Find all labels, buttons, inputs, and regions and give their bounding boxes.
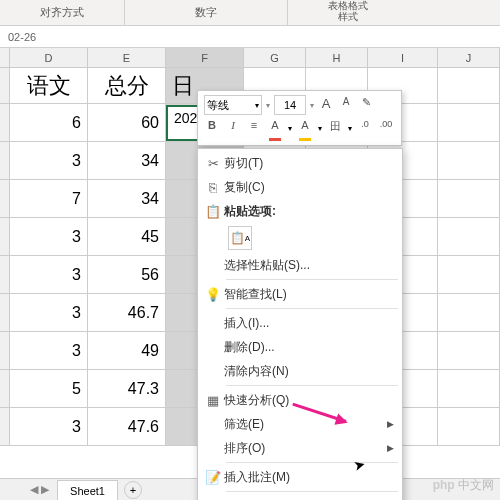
- menu-delete[interactable]: 删除(D)...: [198, 335, 402, 359]
- cell[interactable]: 47.3: [88, 370, 166, 407]
- watermark: php php 中文网中文网: [433, 477, 494, 494]
- header-cell[interactable]: 总分: [88, 68, 166, 103]
- col-header-D[interactable]: D: [10, 48, 88, 67]
- comment-icon: 📝: [202, 470, 224, 485]
- increase-font-icon[interactable]: A: [318, 96, 334, 114]
- column-headers: D E F G H I J: [0, 48, 500, 68]
- chevron-right-icon: ▶: [387, 419, 394, 429]
- paste-icon: 📋: [202, 204, 224, 219]
- cell[interactable]: 34: [88, 180, 166, 217]
- font-selector[interactable]: 等线▾: [204, 95, 262, 115]
- scissors-icon: ✂: [202, 156, 224, 171]
- col-header-F[interactable]: F: [166, 48, 244, 67]
- lightbulb-icon: 💡: [202, 287, 224, 302]
- font-size[interactable]: 14: [274, 95, 306, 115]
- cell[interactable]: 3: [10, 218, 88, 255]
- menu-filter[interactable]: 筛选(E)▶: [198, 412, 402, 436]
- font-color-button[interactable]: A: [267, 119, 283, 137]
- border-button[interactable]: 田: [327, 119, 343, 137]
- menu-insert-comment[interactable]: 📝插入批注(M): [198, 465, 402, 489]
- menu-format-cells[interactable]: ⊞设置单元格格式(F)...: [198, 494, 402, 500]
- increase-decimal-icon[interactable]: .00: [378, 119, 394, 137]
- cell[interactable]: 56: [88, 256, 166, 293]
- col-header-J[interactable]: J: [438, 48, 500, 67]
- menu-paste-special[interactable]: 选择性粘贴(S)...: [198, 253, 402, 277]
- ribbon-align-group: 对齐方式: [0, 0, 125, 25]
- cell[interactable]: 34: [88, 142, 166, 179]
- menu-paste-option[interactable]: 📋A: [198, 223, 402, 253]
- col-header-H[interactable]: H: [306, 48, 368, 67]
- context-menu: ✂剪切(T) ⎘复制(C) 📋粘贴选项: 📋A 选择性粘贴(S)... 💡智能查…: [197, 148, 403, 500]
- format-painter-icon[interactable]: ✎: [358, 96, 374, 114]
- menu-insert[interactable]: 插入(I)...: [198, 311, 402, 335]
- annotation-arrow: [290, 420, 346, 423]
- cell[interactable]: 3: [10, 332, 88, 369]
- header-cell[interactable]: 语文: [10, 68, 88, 103]
- cell[interactable]: 3: [10, 256, 88, 293]
- clipboard-icon: 📋A: [228, 226, 252, 250]
- menu-sort[interactable]: 排序(O)▶: [198, 436, 402, 460]
- menu-cut[interactable]: ✂剪切(T): [198, 151, 402, 175]
- sheet-tab[interactable]: Sheet1: [57, 480, 118, 500]
- decrease-font-icon[interactable]: A: [338, 96, 354, 114]
- cell[interactable]: 45: [88, 218, 166, 255]
- add-sheet-button[interactable]: +: [124, 481, 142, 499]
- menu-copy[interactable]: ⎘复制(C): [198, 175, 402, 199]
- col-header-I[interactable]: I: [368, 48, 438, 67]
- copy-icon: ⎘: [202, 180, 224, 195]
- cell[interactable]: 49: [88, 332, 166, 369]
- fill-color-button[interactable]: A: [297, 119, 313, 137]
- col-header-G[interactable]: G: [244, 48, 306, 67]
- cell[interactable]: 6: [10, 104, 88, 141]
- mini-toolbar: 等线▾ ▾ 14 ▾ A A ✎ B I ≡ A ▾ A ▾ 田 ▾ .0 .0…: [197, 90, 402, 146]
- menu-paste-options-label: 📋粘贴选项:: [198, 199, 402, 223]
- italic-button[interactable]: I: [225, 119, 241, 137]
- menu-clear[interactable]: 清除内容(N): [198, 359, 402, 383]
- chevron-right-icon: ▶: [387, 443, 394, 453]
- decrease-decimal-icon[interactable]: .0: [357, 119, 373, 137]
- cell[interactable]: 46.7: [88, 294, 166, 331]
- menu-smart-lookup[interactable]: 💡智能查找(L): [198, 282, 402, 306]
- cell[interactable]: 60: [88, 104, 166, 141]
- cell[interactable]: 5: [10, 370, 88, 407]
- ribbon-bar: 对齐方式 数字 表格格式样式: [0, 0, 500, 26]
- cell[interactable]: 3: [10, 294, 88, 331]
- align-button[interactable]: ≡: [246, 119, 262, 137]
- analysis-icon: ▦: [202, 393, 224, 408]
- cell[interactable]: 7: [10, 180, 88, 217]
- bold-button[interactable]: B: [204, 119, 220, 137]
- ribbon-number-group: 数字: [125, 0, 288, 25]
- ribbon-styles-group: 表格格式样式: [288, 0, 408, 25]
- formula-bar[interactable]: 02-26: [0, 26, 500, 48]
- cell[interactable]: 47.6: [88, 408, 166, 445]
- col-header-E[interactable]: E: [88, 48, 166, 67]
- cell[interactable]: 3: [10, 408, 88, 445]
- cell[interactable]: 3: [10, 142, 88, 179]
